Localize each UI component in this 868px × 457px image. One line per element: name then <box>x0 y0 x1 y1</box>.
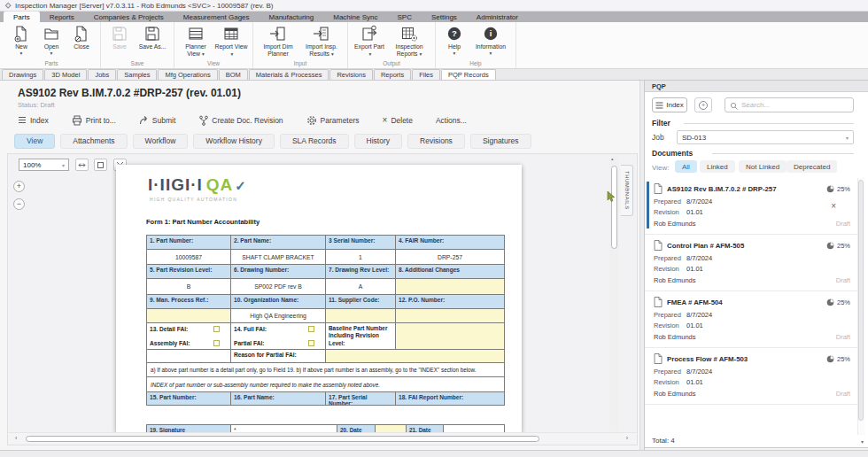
pqp-index-button[interactable]: Index <box>652 97 687 112</box>
import-insp-results-button[interactable]: Import Insp. Results▾ <box>300 24 343 58</box>
filter-not-linked[interactable]: Not Linked <box>739 160 787 173</box>
unlink-document-icon[interactable]: × <box>831 201 836 211</box>
open-button[interactable]: Open▾ <box>37 24 66 57</box>
form-value-cell <box>396 309 504 322</box>
high-qa-logo: I·IIGI·IQA✓ <box>148 175 247 195</box>
menu-administrator[interactable]: Administrator <box>467 12 528 22</box>
document-card-title: Process Flow # AFM-503 <box>667 355 822 363</box>
filter-all[interactable]: All <box>675 160 697 173</box>
new-button[interactable]: New▾ <box>7 24 35 57</box>
scroll-right-icon[interactable]: › <box>626 435 628 441</box>
inspection-reports-button[interactable]: Inspection Reports▾ <box>388 24 430 58</box>
vertical-scrollbar-thumb[interactable] <box>611 166 617 249</box>
close-document-icon <box>73 25 90 43</box>
export-part-button[interactable]: Export Part▾ <box>353 24 386 58</box>
save-as-button[interactable]: Save As... <box>136 24 169 50</box>
menu-spc[interactable]: SPC <box>388 12 422 22</box>
document-card[interactable]: FMEA # AFM-504 25% Prepared8/7/2024 Revi… <box>645 291 857 348</box>
tab-revisions[interactable]: Revisions <box>407 134 465 149</box>
form-header-cell: 15. Part Number: <box>147 392 231 405</box>
part-tab-strip: Drawings 3D Model Jobs Samples Mfg Opera… <box>0 69 868 81</box>
tab-view[interactable]: View <box>14 134 55 149</box>
export-icon <box>360 25 378 43</box>
actions-menu[interactable]: Actions... <box>436 116 467 125</box>
form-header-cell: 10. Organization Name: <box>231 295 326 308</box>
form-header-cell: 9. Man. Process Ref.: <box>147 295 231 308</box>
zoom-out-button[interactable]: − <box>13 198 25 210</box>
form-header-cell: 4. FAIR Number: <box>396 236 504 249</box>
zoom-in-button[interactable]: + <box>13 181 25 192</box>
zoom-level-select[interactable]: 100% ▾ <box>19 159 69 171</box>
tab-reports[interactable]: Reports <box>374 69 411 80</box>
tab-history[interactable]: History <box>354 134 402 149</box>
branch-icon <box>198 115 208 126</box>
menu-settings[interactable]: Settings <box>422 12 467 22</box>
tab-bom[interactable]: BOM <box>219 69 248 80</box>
fit-width-button[interactable] <box>75 159 89 171</box>
tab-attachments[interactable]: Attachments <box>60 134 127 149</box>
scroll-left-icon[interactable]: ‹ <box>15 435 17 441</box>
ribbon-group-input: Import Dim Planner Import Insp. Results▾… <box>253 22 348 68</box>
menu-machine-sync[interactable]: Machine Sync <box>323 12 387 22</box>
status-badge: Draft <box>836 220 850 228</box>
tab-revisions[interactable]: Revisions <box>329 69 373 80</box>
fai-detail-cell: 13. Detail FAI: Assembly FAI: <box>147 323 231 349</box>
tab-materials-processes[interactable]: Materials & Processes <box>249 69 329 80</box>
filter-linked[interactable]: Linked <box>700 160 735 173</box>
menu-manufacturing[interactable]: Manufacturing <box>260 12 324 22</box>
menu-measurement-gages[interactable]: Measurement Gages <box>174 12 260 22</box>
form-header-cell: 16. Part Name: <box>231 392 326 405</box>
index-action[interactable]: Index <box>18 116 49 125</box>
detail-fai-checkbox <box>213 326 220 332</box>
tab-3d-model[interactable]: 3D Model <box>44 69 87 80</box>
thumbnails-tab[interactable]: THUMBNAILS <box>621 165 633 216</box>
tab-jobs[interactable]: Jobs <box>88 69 116 80</box>
form-header-cell: 11. Supplier Code: <box>326 295 396 308</box>
dropdown-arrow-icon: ▾ <box>476 50 506 57</box>
add-document-button[interactable]: + <box>694 97 712 112</box>
progress-pie-icon <box>826 242 834 250</box>
menu-parts[interactable]: Parts <box>4 12 40 22</box>
index-list-icon <box>655 102 663 109</box>
tab-samples[interactable]: Samples <box>117 69 157 80</box>
delete-action[interactable]: × Delete <box>383 116 413 125</box>
create-doc-revision-action[interactable]: Create Doc. Revision <box>198 115 283 126</box>
horizontal-scrollbar-thumb[interactable] <box>26 436 539 442</box>
tab-workflow[interactable]: Workflow <box>133 134 189 149</box>
information-button[interactable]: i Information▾ <box>470 24 511 57</box>
search-input[interactable] <box>741 99 851 111</box>
tab-drawings[interactable]: Drawings <box>2 69 43 80</box>
fit-page-button[interactable] <box>94 159 107 171</box>
document-card[interactable]: Control Plan # AFM-505 25% Prepared8/7/2… <box>645 235 857 291</box>
tab-mfg-operations[interactable]: Mfg Operations <box>158 69 217 80</box>
print-action[interactable]: Print to... <box>72 115 116 126</box>
help-button[interactable]: ? Help▾ <box>440 24 469 57</box>
job-filter-select[interactable]: SD-013 ▾ <box>677 130 854 144</box>
planner-view-button[interactable]: Planner View▾ <box>179 24 213 58</box>
close-button[interactable]: Close <box>67 24 96 50</box>
progress-pie-icon <box>826 185 834 193</box>
tab-files[interactable]: Files <box>412 69 440 80</box>
import-dim-planner-button[interactable]: Import Dim Planner <box>258 24 298 58</box>
menu-reports[interactable]: Reports <box>40 12 84 22</box>
menu-companies-projects[interactable]: Companies & Projects <box>84 12 174 22</box>
scroll-up-icon[interactable]: ▴ <box>611 156 614 161</box>
tab-signatures[interactable]: Signatures <box>470 134 531 149</box>
document-card[interactable]: Process Flow # AFM-503 25% Prepared8/7/2… <box>645 348 857 405</box>
tab-workflow-history[interactable]: Workflow History <box>193 134 275 149</box>
tab-pqp-records[interactable]: PQP Records <box>441 69 496 80</box>
horizontal-scrollbar[interactable]: ‹ › <box>8 432 637 444</box>
report-view-button[interactable]: Report View▾ <box>214 24 248 58</box>
filter-deprecated[interactable]: Deprecated <box>787 160 837 173</box>
fit-width-icon <box>78 161 86 169</box>
tab-sla-records[interactable]: SLA Records <box>280 134 349 149</box>
submit-action[interactable]: Submit <box>139 115 175 125</box>
printer-icon <box>72 115 82 126</box>
list-scrollbar-thumb[interactable] <box>858 180 864 421</box>
save-button[interactable]: Save <box>105 24 134 50</box>
partial-fai-checkbox <box>308 340 314 346</box>
new-document-icon <box>12 25 30 43</box>
parameters-action[interactable]: Parameters <box>306 115 360 126</box>
document-card[interactable]: AS9102 Rev B.IM.7.0.2 # DRP-257 25% Prep… <box>645 178 857 235</box>
scroll-down-icon[interactable]: ▾ <box>861 438 864 445</box>
